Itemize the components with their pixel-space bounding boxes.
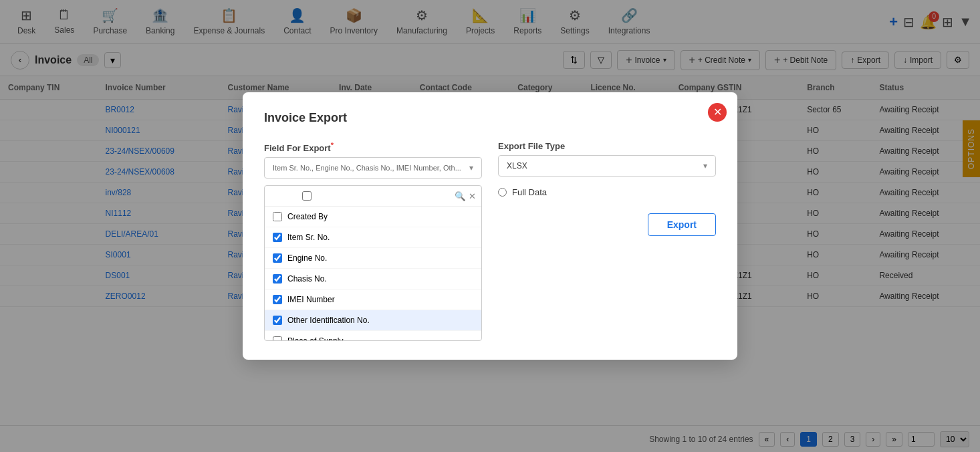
checkbox-list: Created ByItem Sr. No.Engine No.Chasis N… — [265, 207, 481, 340]
invoice-export-modal: ✕ Invoice Export Field For Export* Item … — [243, 92, 737, 360]
close-modal-button[interactable]: ✕ — [708, 103, 727, 122]
checkbox-engine_no[interactable] — [273, 253, 282, 263]
checkbox-item-imei_number[interactable]: IMEI Number — [265, 290, 481, 310]
export-file-type-label: Export File Type — [498, 141, 716, 151]
checkbox-label-other_identification: Other Identification No. — [287, 316, 370, 325]
select-all-checkbox[interactable] — [270, 191, 344, 201]
checkbox-imei_number[interactable] — [273, 295, 282, 304]
file-type-dropdown[interactable]: XLSX ▾ — [498, 155, 716, 177]
export-btn-row: Export — [498, 213, 716, 236]
clear-search-button[interactable]: ✕ — [469, 191, 476, 201]
checkbox-item-engine_no[interactable]: Engine No. — [265, 248, 481, 269]
modal-export-button[interactable]: Export — [648, 213, 716, 236]
full-data-label: Full Data — [512, 187, 547, 197]
checkbox-item-item_sr_no[interactable]: Item Sr. No. — [265, 227, 481, 248]
checkbox-dropdown: 🔍 ✕ Created ByItem Sr. No.Engine No.Chas… — [264, 185, 482, 341]
checkbox-label-engine_no: Engine No. — [287, 253, 327, 263]
checkbox-created_by[interactable] — [273, 212, 282, 221]
search-row: 🔍 ✕ — [265, 186, 481, 207]
modal-overlay: ✕ Invoice Export Field For Export* Item … — [0, 0, 980, 452]
modal-title: Invoice Export — [264, 111, 716, 125]
checkbox-item-other_identification[interactable]: Other Identification No. — [265, 310, 481, 331]
checkbox-label-imei_number: IMEI Number — [287, 295, 335, 304]
checkbox-chasis_no[interactable] — [273, 274, 282, 284]
field-for-export-group: Field For Export* Item Sr. No., Engine N… — [264, 141, 482, 341]
full-data-radio[interactable] — [498, 188, 507, 197]
checkbox-label-chasis_no: Chasis No. — [287, 274, 327, 284]
search-icon-button[interactable]: 🔍 — [455, 191, 466, 201]
checkbox-item-chasis_no[interactable]: Chasis No. — [265, 269, 481, 290]
search-input[interactable] — [346, 190, 452, 202]
field-export-dropdown[interactable]: Item Sr. No., Engine No., Chasis No., IM… — [264, 157, 482, 179]
field-export-label: Field For Export* — [264, 141, 482, 153]
checkbox-place_of_supply[interactable] — [273, 336, 282, 340]
checkbox-item_sr_no[interactable] — [273, 233, 282, 242]
full-data-row: Full Data — [498, 187, 716, 197]
checkbox-item-created_by[interactable]: Created By — [265, 207, 481, 227]
file-type-value: XLSX — [507, 161, 527, 171]
checkbox-label-created_by: Created By — [287, 212, 328, 221]
checkbox-item-place_of_supply[interactable]: Place of Supply — [265, 331, 481, 340]
chevron-down-icon: ▾ — [469, 163, 473, 173]
chevron-down-icon: ▾ — [703, 161, 707, 171]
field-export-value: Item Sr. No., Engine No., Chasis No., IM… — [273, 164, 461, 172]
export-file-type-group: Export File Type XLSX ▾ — [498, 141, 716, 177]
checkbox-other_identification[interactable] — [273, 316, 282, 325]
right-column: Export File Type XLSX ▾ Full Data Export — [498, 141, 716, 341]
checkbox-label-place_of_supply: Place of Supply — [287, 336, 343, 340]
checkbox-label-item_sr_no: Item Sr. No. — [287, 233, 330, 242]
